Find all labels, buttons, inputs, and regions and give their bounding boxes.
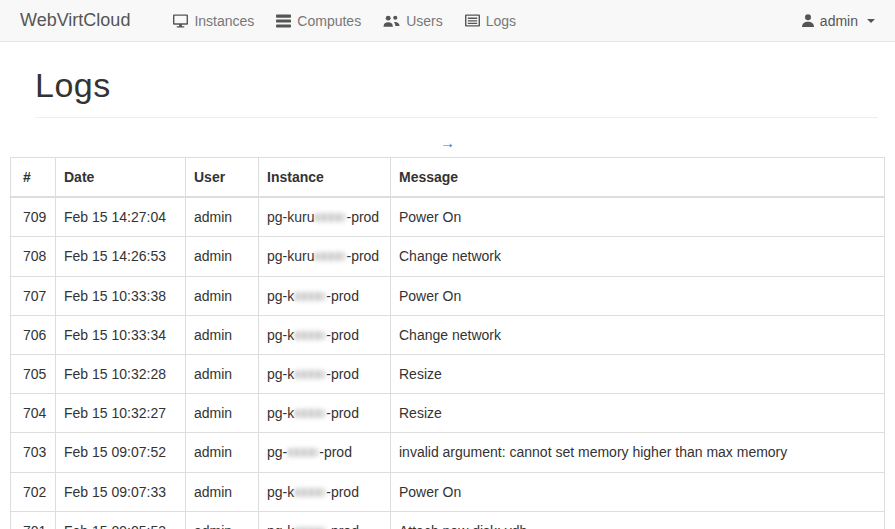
brand-link[interactable]: WebVirtCloud bbox=[20, 10, 130, 31]
log-message-cell: Attach new disk: vdb bbox=[391, 511, 885, 529]
log-id-cell: 705 bbox=[11, 354, 56, 393]
table-row: 707Feb 15 10:33:38adminpg-k-prodPower On bbox=[11, 276, 885, 315]
table-row: 706Feb 15 10:33:34adminpg-k-prodChange n… bbox=[11, 315, 885, 354]
log-user-cell: admin bbox=[186, 315, 259, 354]
logs-table-container: # Date User Instance Message 709Feb 15 1… bbox=[10, 157, 885, 529]
logs-table-body: 709Feb 15 14:27:04adminpg-kuru-prodPower… bbox=[11, 197, 885, 529]
nav-item-label: Users bbox=[406, 13, 443, 29]
nav-item-users[interactable]: Users bbox=[372, 2, 454, 40]
table-row: 703Feb 15 09:07:52adminpg--prodinvalid a… bbox=[11, 433, 885, 472]
page-title: Logs bbox=[35, 66, 878, 105]
log-instance-cell: pg-k-prod bbox=[259, 315, 391, 354]
log-id-cell: 704 bbox=[11, 394, 56, 433]
log-instance-cell: pg-kuru-prod bbox=[259, 237, 391, 276]
next-page-link[interactable]: → bbox=[440, 134, 455, 151]
log-date-cell: Feb 15 10:32:27 bbox=[56, 394, 186, 433]
log-user-cell: admin bbox=[186, 394, 259, 433]
nav-item-label: Logs bbox=[486, 13, 516, 29]
instance-name-suffix: -prod bbox=[326, 484, 359, 500]
instance-name-prefix: pg-k bbox=[267, 523, 294, 529]
table-row: 701Feb 15 09:05:53adminpg-k-prodAttach n… bbox=[11, 511, 885, 529]
nav-item-computes[interactable]: Computes bbox=[265, 2, 372, 40]
log-id-cell: 701 bbox=[11, 511, 56, 529]
log-message-cell: Power On bbox=[391, 276, 885, 315]
log-id-cell: 709 bbox=[11, 197, 56, 237]
log-id-cell: 703 bbox=[11, 433, 56, 472]
log-user-cell: admin bbox=[186, 433, 259, 472]
desktop-icon bbox=[173, 14, 188, 28]
column-header-message: Message bbox=[391, 158, 885, 198]
log-id-cell: 706 bbox=[11, 315, 56, 354]
pagination: → bbox=[0, 134, 895, 151]
user-icon bbox=[802, 14, 814, 27]
log-message-cell: invalid argument: cannot set memory high… bbox=[391, 433, 885, 472]
log-id-cell: 702 bbox=[11, 472, 56, 511]
table-row: 709Feb 15 14:27:04adminpg-kuru-prodPower… bbox=[11, 197, 885, 237]
table-row: 705Feb 15 10:32:28adminpg-k-prodResize bbox=[11, 354, 885, 393]
nav-item-instances[interactable]: Instances bbox=[162, 2, 265, 40]
log-user-cell: admin bbox=[186, 511, 259, 529]
log-message-cell: Power On bbox=[391, 472, 885, 511]
table-header-row: # Date User Instance Message bbox=[11, 158, 885, 198]
instance-name-redacted bbox=[315, 213, 345, 222]
nav-item-logs[interactable]: Logs bbox=[454, 2, 527, 40]
log-date-cell: Feb 15 09:05:53 bbox=[56, 511, 186, 529]
log-instance-cell: pg-k-prod bbox=[259, 276, 391, 315]
instance-name-redacted bbox=[288, 448, 318, 457]
log-instance-cell: pg-k-prod bbox=[259, 472, 391, 511]
logs-table: # Date User Instance Message 709Feb 15 1… bbox=[10, 157, 885, 529]
log-user-cell: admin bbox=[186, 276, 259, 315]
log-instance-cell: pg-k-prod bbox=[259, 354, 391, 393]
column-header-instance: Instance bbox=[259, 158, 391, 198]
user-menu-label: admin bbox=[820, 13, 858, 29]
instance-name-redacted bbox=[295, 409, 325, 418]
log-id-cell: 707 bbox=[11, 276, 56, 315]
instance-name-prefix: pg- bbox=[267, 444, 287, 460]
server-icon bbox=[276, 14, 291, 28]
log-message-cell: Resize bbox=[391, 394, 885, 433]
instance-name-prefix: pg-k bbox=[267, 405, 294, 421]
instance-name-suffix: -prod bbox=[326, 523, 359, 529]
instance-name-prefix: pg-kuru bbox=[267, 248, 314, 264]
nav-items: Instances Computes Users Logs bbox=[162, 2, 527, 40]
table-row: 702Feb 15 09:07:33adminpg-k-prodPower On bbox=[11, 472, 885, 511]
log-date-cell: Feb 15 14:26:53 bbox=[56, 237, 186, 276]
log-user-cell: admin bbox=[186, 354, 259, 393]
log-user-cell: admin bbox=[186, 197, 259, 237]
instance-name-redacted bbox=[295, 292, 325, 301]
log-date-cell: Feb 15 14:27:04 bbox=[56, 197, 186, 237]
instance-name-prefix: pg-k bbox=[267, 366, 294, 382]
log-message-cell: Change network bbox=[391, 315, 885, 354]
instance-name-redacted bbox=[295, 370, 325, 379]
page-header: Logs bbox=[35, 66, 878, 118]
chevron-down-icon bbox=[867, 19, 875, 23]
log-date-cell: Feb 15 10:33:34 bbox=[56, 315, 186, 354]
instance-name-prefix: pg-k bbox=[267, 288, 294, 304]
table-row: 704Feb 15 10:32:27adminpg-k-prodResize bbox=[11, 394, 885, 433]
instance-name-suffix: -prod bbox=[346, 248, 379, 264]
instance-name-suffix: -prod bbox=[326, 327, 359, 343]
log-date-cell: Feb 15 09:07:52 bbox=[56, 433, 186, 472]
log-instance-cell: pg-kuru-prod bbox=[259, 197, 391, 237]
log-instance-cell: pg-k-prod bbox=[259, 511, 391, 529]
log-user-cell: admin bbox=[186, 237, 259, 276]
log-instance-cell: pg-k-prod bbox=[259, 394, 391, 433]
instance-name-redacted bbox=[295, 488, 325, 497]
instance-name-prefix: pg-kuru bbox=[267, 209, 314, 225]
log-id-cell: 708 bbox=[11, 237, 56, 276]
list-alt-icon bbox=[465, 14, 480, 27]
log-message-cell: Change network bbox=[391, 237, 885, 276]
user-menu[interactable]: admin bbox=[802, 13, 875, 29]
nav-item-label: Computes bbox=[297, 13, 361, 29]
nav-item-label: Instances bbox=[194, 13, 254, 29]
column-header-date: Date bbox=[56, 158, 186, 198]
instance-name-redacted bbox=[295, 331, 325, 340]
navbar: WebVirtCloud Instances Computes Users Lo… bbox=[0, 0, 895, 42]
log-user-cell: admin bbox=[186, 472, 259, 511]
instance-name-suffix: -prod bbox=[326, 366, 359, 382]
users-icon bbox=[383, 14, 400, 28]
instance-name-suffix: -prod bbox=[326, 288, 359, 304]
instance-name-suffix: -prod bbox=[319, 444, 352, 460]
column-header-id: # bbox=[11, 158, 56, 198]
log-message-cell: Power On bbox=[391, 197, 885, 237]
